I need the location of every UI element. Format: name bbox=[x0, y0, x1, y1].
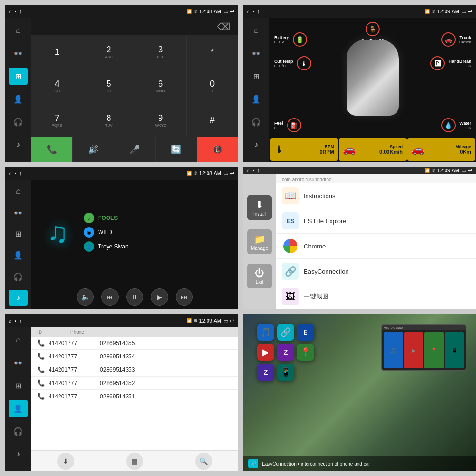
sidebar-gl-3[interactable]: 👓 bbox=[9, 205, 28, 221]
home-icon[interactable]: ⌂ bbox=[9, 9, 12, 14]
key-2[interactable]: 2ABC bbox=[83, 35, 135, 69]
track-wild[interactable]: ◉ WILD bbox=[84, 227, 233, 238]
sidebar-apps-2[interactable]: ⊞ bbox=[247, 68, 266, 85]
sidebar-music-2[interactable]: ♪ bbox=[247, 136, 266, 153]
status-bar-1: ⌂ ▪ ↑ 📶 ❊ 12:08 AM ▭ ↩ bbox=[5, 5, 238, 18]
key-4[interactable]: 4GHI bbox=[31, 69, 83, 103]
next-btn[interactable]: ⏭ bbox=[176, 288, 193, 306]
sidebar-person-5[interactable]: 👤 bbox=[9, 400, 28, 417]
back-icon-4[interactable]: ↩ bbox=[468, 168, 472, 174]
sidebar-person-3[interactable]: 👤 bbox=[9, 248, 28, 263]
exit-btn[interactable]: ⏻ Exit bbox=[247, 264, 272, 288]
contact-row-5[interactable]: 📞 414201777 02869514351 bbox=[31, 390, 238, 403]
contact-id-2: 414201777 bbox=[49, 353, 96, 360]
app-item-chrome[interactable]: Chrome bbox=[276, 234, 476, 259]
sidebar-home-3[interactable]: ⌂ bbox=[9, 184, 28, 199]
sidebar-person-2[interactable]: 👤 bbox=[247, 90, 266, 108]
sidebar-music-5[interactable]: ♪ bbox=[9, 446, 28, 463]
sidebar-apps-5[interactable]: ⊞ bbox=[9, 377, 28, 394]
pause-btn[interactable]: ⏸ bbox=[126, 288, 143, 306]
screen-icon-4: ▭ bbox=[461, 168, 466, 174]
key-8[interactable]: 8TUV bbox=[83, 103, 135, 137]
key-7[interactable]: 7PQRS bbox=[31, 103, 83, 137]
sidebar-glasses[interactable]: 👓 bbox=[9, 45, 28, 62]
screen-icon-3: ▭ bbox=[223, 170, 228, 177]
fuel-stat: Fuel 0L ⛽ bbox=[274, 118, 301, 132]
hangup-btn[interactable]: 📵 bbox=[197, 137, 238, 162]
download-btn[interactable]: ⬇ bbox=[57, 453, 74, 470]
app-item-instructions[interactable]: 📖 Instructions bbox=[276, 183, 476, 208]
home-icon-2[interactable]: ⌂ bbox=[247, 9, 250, 14]
car-interior-photo: 🎵 🔗 E ▶ Z 📍 Z 📱 Android Auto 🎵 ▶ bbox=[243, 314, 476, 456]
sidebar-gl-5[interactable]: 👓 bbox=[9, 354, 28, 371]
home-icon-3[interactable]: ⌂ bbox=[9, 170, 12, 176]
back-icon-2[interactable]: ↩ bbox=[468, 9, 472, 15]
sq-icon-5: ▪ bbox=[15, 318, 17, 324]
app-item-easyconn[interactable]: 🔗 EasyConnection bbox=[276, 259, 476, 284]
key-0[interactable]: 0+ bbox=[187, 69, 238, 103]
speaker-btn[interactable]: 🔊 bbox=[73, 137, 114, 162]
play-btn[interactable]: ▶ bbox=[151, 288, 168, 306]
sidebar-home-5[interactable]: ⌂ bbox=[9, 331, 28, 348]
car-dashboard-screen: Android Auto 🎵 ▶ 📍 📱 bbox=[381, 324, 466, 371]
key-5[interactable]: 5JKL bbox=[83, 69, 135, 103]
app-item-screenshot[interactable]: 🖼 一键截图 bbox=[276, 284, 476, 309]
time-3: 12:08 AM bbox=[199, 170, 221, 176]
dialer-panel: ⌫ 1 2ABC 3DEF * 4GHI 5JKL 6MNO 0+ 7PQRS … bbox=[31, 18, 238, 162]
sidebar-apps[interactable]: ⊞ bbox=[9, 68, 28, 85]
back-icon-3[interactable]: ↩ bbox=[230, 170, 234, 177]
contact-row-2[interactable]: 📞 414201777 02869514354 bbox=[31, 350, 238, 363]
prev-btn[interactable]: ⏮ bbox=[101, 288, 119, 306]
track-troye[interactable]: 👤 Troye Sivan bbox=[84, 241, 233, 252]
sidebar-person[interactable]: 👤 bbox=[9, 90, 28, 108]
water-stat: Water OK 💧 bbox=[441, 118, 471, 132]
music-tracks: ♪ FOOLS ◉ WILD 👤 Troye Sivan bbox=[84, 213, 233, 252]
key-9[interactable]: 9WXYZ bbox=[135, 103, 187, 137]
key-star[interactable]: * bbox=[187, 35, 238, 69]
sidebar-gl-2[interactable]: 👓 bbox=[247, 45, 266, 62]
back-icon[interactable]: ↩ bbox=[230, 9, 234, 15]
sidebar-music[interactable]: ♪ bbox=[9, 136, 28, 153]
home-icon-4[interactable]: ⌂ bbox=[247, 168, 250, 173]
bt-icon: ❊ bbox=[194, 9, 198, 14]
volume-btn[interactable]: 🔈 bbox=[77, 288, 94, 306]
search-btn[interactable]: 🔍 bbox=[195, 453, 212, 470]
contact-row-3[interactable]: 📞 414201777 02869514353 bbox=[31, 363, 238, 377]
screenshot-name: 一键截图 bbox=[304, 292, 470, 301]
sidebar-hd-3[interactable]: 🎧 bbox=[9, 269, 28, 285]
sidebar-apps-3[interactable]: ⊞ bbox=[9, 226, 28, 242]
key-hash[interactable]: # bbox=[187, 103, 238, 137]
bt-icon-2: ❊ bbox=[432, 9, 436, 14]
install-btn[interactable]: ⬇ Install bbox=[247, 195, 272, 220]
car-meters: 🌡 RPM 0RPM 🚗 Speed 0.00Km/h bbox=[269, 137, 476, 162]
fuel-icon: ⛽ bbox=[287, 118, 301, 132]
grid-btn[interactable]: ▦ bbox=[126, 453, 143, 470]
sidebar-music-3[interactable]: ♪ bbox=[9, 290, 28, 306]
track-fools[interactable]: ♪ FOOLS bbox=[84, 213, 233, 223]
contact-row-4[interactable]: 📞 414201777 02869514352 bbox=[31, 377, 238, 390]
pkg-name: com.android.sunoddtool bbox=[282, 177, 333, 182]
instructions-icon: 📖 bbox=[282, 187, 299, 204]
key-3[interactable]: 3DEF bbox=[135, 35, 187, 69]
sidebar-hd-5[interactable]: 🎧 bbox=[9, 423, 28, 440]
fuel-val: 0L bbox=[274, 126, 278, 130]
sidebar-home[interactable]: ⌂ bbox=[9, 22, 28, 39]
battery-stat: Battery 0.00V 🔋 bbox=[274, 32, 307, 47]
app-item-esfile[interactable]: ES ES File Explorer bbox=[276, 208, 476, 234]
call-btn[interactable]: 📞 bbox=[31, 137, 72, 162]
sidebar-headphone[interactable]: 🎧 bbox=[9, 113, 28, 130]
outtemp-label: Out temp bbox=[274, 59, 293, 64]
back-icon-5[interactable]: ↩ bbox=[230, 318, 234, 324]
contact-row-1[interactable]: 📞 414201777 02869514355 bbox=[31, 337, 238, 350]
trunk-val: Closed bbox=[459, 40, 471, 44]
mic-btn[interactable]: 🎤 bbox=[114, 137, 155, 162]
transfer-btn[interactable]: 🔄 bbox=[156, 137, 197, 162]
sidebar-hd-2[interactable]: 🎧 bbox=[247, 113, 266, 130]
home-icon-5[interactable]: ⌂ bbox=[9, 318, 12, 324]
key-6[interactable]: 6MNO bbox=[135, 69, 187, 103]
mileage-meter: 🚗 Mileage 0Km bbox=[407, 138, 475, 161]
key-1[interactable]: 1 bbox=[31, 35, 83, 69]
backspace-btn[interactable]: ⌫ bbox=[217, 21, 230, 32]
manage-btn[interactable]: 📁 Manage bbox=[247, 229, 272, 254]
sidebar-home-2[interactable]: ⌂ bbox=[247, 22, 266, 39]
